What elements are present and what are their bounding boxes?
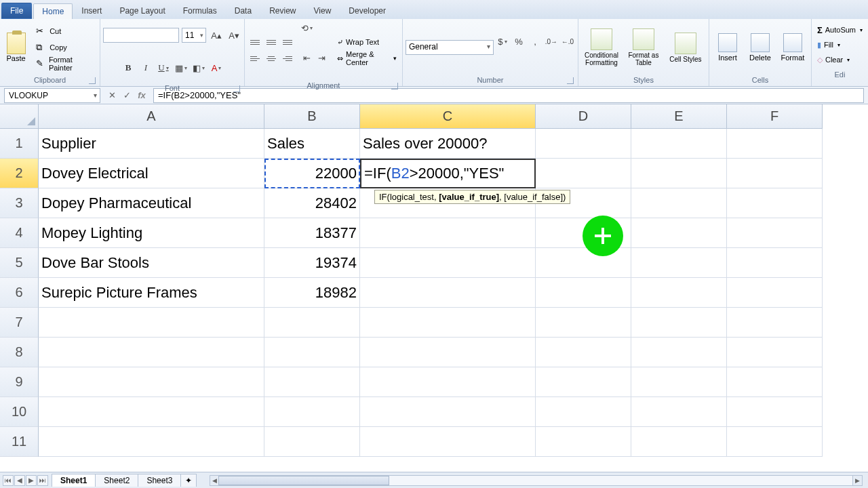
col-header-f[interactable]: F [727,104,823,129]
wrap-text-button[interactable]: ⤶Wrap Text [334,35,399,49]
cell-b4[interactable]: 18377 [264,218,360,248]
number-launcher[interactable] [567,77,574,84]
cell-a6[interactable]: Surepic Picture Frames [39,278,264,308]
font-launcher[interactable] [233,85,240,92]
name-box[interactable]: VLOOKUP [4,88,100,103]
clipboard-launcher[interactable] [89,77,96,84]
cell-d11[interactable] [536,427,631,457]
cell-e2[interactable] [631,159,727,188]
nav-next-button[interactable]: ▶ [26,475,37,486]
grow-font-button[interactable]: A▴ [209,28,224,43]
cell-e8[interactable] [631,338,727,367]
format-as-table-button[interactable]: Format as Table [623,28,664,66]
clear-button[interactable]: Clear▾ [817,53,863,66]
cell-a11[interactable] [39,427,264,457]
cell-e9[interactable] [631,367,727,397]
font-size-combo[interactable]: 11 [182,28,206,43]
format-cells-button[interactable]: Format [777,33,808,62]
shrink-font-button[interactable]: A▾ [226,28,241,43]
cell-a10[interactable] [39,397,264,427]
cell-c9[interactable] [360,367,536,397]
tab-formulas[interactable]: Formulas [174,3,226,19]
cell-a1[interactable]: Supplier [39,129,264,159]
cell-d7[interactable] [536,308,631,338]
col-header-e[interactable]: E [631,104,727,129]
scroll-right-button[interactable]: ▶ [852,476,862,485]
sheet-tab-3[interactable]: Sheet3 [138,474,181,487]
cell-b1[interactable]: Sales [264,129,360,159]
tab-view[interactable]: View [305,3,340,19]
cell-e1[interactable] [631,129,727,159]
tab-developer[interactable]: Developer [340,3,395,19]
cell-b10[interactable] [264,397,360,427]
select-all-corner[interactable] [0,104,39,129]
row-header-7[interactable]: 7 [0,308,39,338]
accounting-button[interactable]: $ [495,34,510,49]
conditional-formatting-button[interactable]: Conditional Formatting [581,28,622,66]
bold-button[interactable]: B [121,60,136,75]
col-header-b[interactable]: B [264,104,360,129]
align-center-button[interactable] [264,51,279,66]
underline-button[interactable]: U [156,60,171,75]
cell-b6[interactable]: 18982 [264,278,360,308]
cell-a3[interactable]: Dopey Pharmaceutical [39,188,264,218]
cell-f2[interactable] [727,159,823,188]
function-tooltip[interactable]: IF(logical_test, [value_if_true], [value… [374,190,570,204]
cell-d6[interactable] [536,278,631,308]
nav-last-button[interactable]: ⏭ [37,475,48,486]
row-header-11[interactable]: 11 [0,427,39,457]
cell-d2[interactable] [536,159,631,188]
row-header-5[interactable]: 5 [0,248,39,278]
merge-center-button[interactable]: ⇔Merge & Center▾ [334,51,399,66]
row-header-3[interactable]: 3 [0,188,39,218]
cell-d8[interactable] [536,338,631,367]
number-format-combo[interactable]: General [406,40,494,55]
increase-indent-button[interactable]: ⇥ [314,50,329,65]
sheet-tab-1[interactable]: Sheet1 [52,474,96,487]
cell-a8[interactable] [39,338,264,367]
align-right-button[interactable] [280,51,295,66]
row-header-9[interactable]: 9 [0,367,39,397]
alignment-launcher[interactable] [391,83,398,89]
cell-f6[interactable] [727,278,823,308]
cell-e3[interactable] [631,188,727,218]
autosum-button[interactable]: AutoSum▾ [817,23,863,37]
cell-c1[interactable]: Sales over 20000? [360,129,536,159]
tab-home[interactable]: Home [33,3,73,19]
cell-f7[interactable] [727,308,823,338]
row-header-8[interactable]: 8 [0,338,39,367]
orientation-button[interactable]: ⟲ [299,20,314,35]
italic-button[interactable]: I [138,60,153,75]
cell-a7[interactable] [39,308,264,338]
format-painter-button[interactable]: Format Painter [33,56,97,71]
cell-c10[interactable] [360,397,536,427]
cell-a2[interactable]: Dovey Electrical [39,159,264,188]
decrease-decimal-button[interactable]: ←.0 [560,34,575,49]
font-name-combo[interactable] [103,28,179,43]
fill-button[interactable]: Fill▾ [817,38,863,52]
cell-d10[interactable] [536,397,631,427]
cell-f11[interactable] [727,427,823,457]
cell-b2[interactable]: 22000 [264,159,360,188]
tab-review[interactable]: Review [260,3,304,19]
cell-c7[interactable] [360,308,536,338]
cell-b9[interactable] [264,367,360,397]
cell-d5[interactable] [536,248,631,278]
cell-f8[interactable] [727,338,823,367]
cell-c8[interactable] [360,338,536,367]
cell-d9[interactable] [536,367,631,397]
cell-b7[interactable] [264,308,360,338]
delete-cells-button[interactable]: Delete [745,33,776,62]
sheet-tab-2[interactable]: Sheet2 [95,474,138,487]
cell-b5[interactable]: 19374 [264,248,360,278]
tab-insert[interactable]: Insert [73,3,111,19]
cell-a9[interactable] [39,367,264,397]
scroll-thumb[interactable] [218,476,389,485]
col-header-d[interactable]: D [536,104,631,129]
cell-a5[interactable]: Dove Bar Stools [39,248,264,278]
align-middle-button[interactable] [264,35,279,49]
nav-first-button[interactable]: ⏮ [3,475,14,486]
insert-cells-button[interactable]: Insert [712,33,743,62]
col-header-c[interactable]: C [360,104,536,129]
cell-c6[interactable] [360,278,536,308]
